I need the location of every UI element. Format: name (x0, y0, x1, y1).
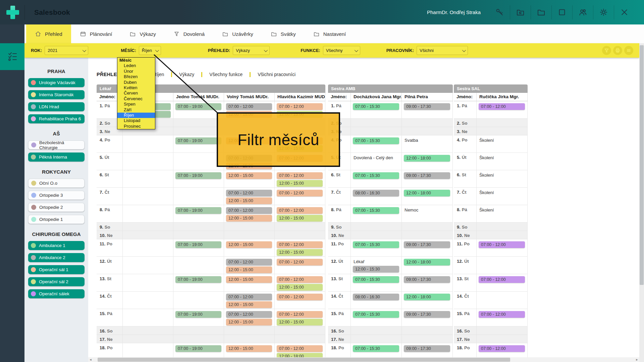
tab-přehled[interactable]: Přehled (26, 24, 71, 43)
shift-pill[interactable]: 09:00 - 17:30 (404, 172, 450, 179)
shift-pill[interactable]: 09:00 - 17:30 (404, 345, 450, 352)
shift-pill[interactable]: 07:00 - 12:00 (479, 241, 525, 248)
sidebar-item-o-n-o-o[interactable]: Oční O.o (28, 179, 85, 188)
sidebar-item-opera-n-s-lek[interactable]: Operační sálek (28, 289, 85, 298)
key-button[interactable] (495, 8, 504, 17)
shift-pill[interactable]: 09:00 - 17:30 (404, 276, 450, 283)
tab-uzávěrky[interactable]: Uzávěrky (213, 24, 262, 43)
shift-pill[interactable]: 07:00 - 19:00 (175, 311, 221, 318)
shift-pill[interactable]: 12:00 - 15:00 (277, 180, 323, 187)
sidebar-item-bezbolestn-chirurgie[interactable]: Bezbolestná Chirurgie (28, 140, 85, 149)
close-button[interactable] (620, 8, 629, 17)
month-option-září[interactable]: Září (117, 107, 155, 113)
shift-pill[interactable]: 07:00 - 19:00 (175, 137, 221, 144)
shift-pill[interactable]: 12:00 - 15:00 (226, 197, 272, 204)
tab-výkazy[interactable]: Výkazy (121, 24, 164, 43)
shift-pill[interactable]: 12:00 - 15:00 (226, 172, 272, 179)
scroll-right-arrow-icon[interactable]: ► (635, 357, 639, 362)
shift-pill[interactable]: 12:00 - 15:00 (226, 241, 272, 248)
shift-pill[interactable]: 07:00 - 12:00 (277, 241, 323, 248)
sidebar-item-ambulance-1[interactable]: Ambulance 1 (28, 241, 85, 250)
shift-pill[interactable]: 07:00 - 12:00 (226, 311, 272, 318)
shift-pill[interactable]: 07:00 - 15:30 (353, 103, 399, 110)
filter-button[interactable] (602, 46, 611, 55)
month-option-říjen[interactable]: Říjen (117, 113, 155, 118)
shift-pill[interactable]: 07:00 - 19:00 (175, 103, 221, 110)
sidebar-item-urologie-v-clav-k[interactable]: Urologie Václavák (28, 78, 85, 87)
shift-pill[interactable]: 07:00 - 19:00 (175, 172, 221, 179)
shift-pill[interactable]: 12:00 - 18:00 (404, 294, 450, 300)
shift-pill[interactable]: 09:00 - 17:30 (404, 103, 450, 110)
shift-pill[interactable]: 12:00 - 18:00 (404, 155, 450, 162)
shift-pill[interactable]: 07:00 - 15:30 (353, 172, 399, 179)
sidebar-item-ldn-hrad[interactable]: LDN Hrad (28, 102, 85, 111)
shift-pill[interactable]: 07:00 - 12:00 (277, 276, 323, 283)
shift-pill[interactable]: 07:00 - 12:00 (277, 190, 323, 196)
shift-pill[interactable]: 07:00 - 15:30 (353, 137, 399, 144)
month-option-leden[interactable]: Leden (117, 63, 155, 68)
shift-pill[interactable]: 07:00 - 12:00 (479, 311, 525, 318)
month-option-březen[interactable]: Březen (117, 74, 155, 79)
sidebar-item-ambulance-2[interactable]: Ambulance 2 (28, 253, 85, 262)
shift-pill[interactable]: 07:00 - 12:00 (226, 190, 272, 196)
month-option-únor[interactable]: Únor (117, 69, 155, 74)
shift-pill[interactable]: 07:00 - 12:00 (479, 276, 525, 283)
folder-button[interactable] (537, 8, 546, 17)
month-option-červenec[interactable]: Červenec (117, 96, 155, 102)
shift-pill[interactable]: 07:00 - 15:30 (353, 345, 399, 352)
shift-pill[interactable]: 07:00 - 12:00 (277, 259, 323, 265)
shift-pill[interactable]: 12:00 - 15:00 (226, 301, 272, 308)
shift-pill[interactable]: 08:00 - 16:30 (353, 190, 399, 196)
shift-pill[interactable]: 07:00 - 19:00 (175, 241, 221, 248)
tab-dovolená[interactable]: Dovolená (165, 24, 213, 43)
filter-select-rok[interactable]: 2021 (45, 46, 88, 55)
shift-pill[interactable]: 07:00 - 12:00 (277, 294, 323, 300)
shift-pill[interactable]: 07:00 - 12:00 (277, 172, 323, 179)
month-option-srpen[interactable]: Srpen (117, 102, 155, 107)
shift-pill[interactable]: 07:00 - 19:00 (175, 345, 221, 352)
sidebar-item-interna-starom-k[interactable]: Interna Staromák (28, 90, 85, 99)
filter-select-měsíc[interactable]: Říjen (139, 46, 161, 55)
tab-plánování[interactable]: Plánování (71, 24, 121, 43)
shift-pill[interactable]: 12:00 - 15:00 (277, 249, 323, 256)
shift-pill[interactable]: 07:00 - 15:30 (353, 207, 399, 214)
shift-pill[interactable]: 07:00 - 12:00 (479, 103, 525, 110)
shift-pill[interactable]: 12:00 - 15:00 (226, 215, 272, 222)
shift-pill[interactable]: 12:00 - 15:00 (226, 266, 272, 273)
shift-pill[interactable]: 08:00 - 16:30 (353, 294, 399, 300)
app-logo[interactable] (0, 0, 24, 24)
month-option-květen[interactable]: Květen (117, 85, 155, 90)
shift-pill[interactable]: 12:00 - 18:00 (404, 259, 450, 265)
shift-pill[interactable]: 12:00 - 15:00 (226, 276, 272, 283)
shift-pill[interactable]: 12:00 - 18:00 (404, 190, 450, 196)
shift-pill[interactable]: 12:00 - 15:00 (226, 319, 272, 325)
filter-select-funkce[interactable]: Všechny (323, 46, 360, 55)
tab-svátky[interactable]: Svátky (262, 24, 305, 43)
sidebar-item-ortopedie-1[interactable]: Ortopedie 1 (28, 215, 85, 224)
tab-nastavení[interactable]: Nastavení (305, 24, 355, 43)
shift-pill[interactable]: 12:00 - 15:00 (226, 345, 272, 352)
scroll-left-arrow-icon[interactable]: ◄ (88, 357, 93, 362)
shift-pill[interactable]: 07:00 - 12:00 (277, 311, 323, 318)
sidebar-item-ortopedie-2[interactable]: Ortopedie 2 (28, 203, 85, 212)
vertical-scrollbar-thumb[interactable] (640, 45, 644, 285)
shift-pill[interactable]: 07:00 - 15:30 (353, 276, 399, 283)
shift-pill[interactable]: 07:00 - 19:00 (175, 276, 221, 283)
sidebar-item-rehabilitace-praha-6[interactable]: Rehabilitace Praha 6 (28, 114, 85, 123)
month-option-červen[interactable]: Červen (117, 90, 155, 96)
shift-pill[interactable]: 07:00 - 12:00 (277, 103, 323, 110)
shift-pill[interactable]: 07:00 - 15:30 (353, 241, 399, 248)
square-button[interactable] (557, 8, 567, 17)
shift-pill[interactable]: 07:00 - 12:00 (277, 207, 323, 214)
horizontal-scrollbar-thumb[interactable] (98, 358, 510, 362)
sidebar-item-ortopedie-3[interactable]: Ortopedie 3 (28, 191, 85, 200)
shift-pill[interactable]: 07:00 - 12:00 (226, 207, 272, 214)
shift-pill[interactable]: 09:00 - 17:30 (404, 241, 450, 248)
sidebar-item-opera-n-s-l-1[interactable]: Operační sál 1 (28, 265, 85, 274)
horizontal-scrollbar[interactable]: ◄ ► (88, 357, 639, 362)
shift-pill[interactable]: 07:00 - 19:00 (175, 207, 221, 214)
month-option-duben[interactable]: Duben (117, 80, 155, 85)
folder-n-button[interactable] (516, 8, 525, 17)
shift-pill[interactable]: 12:00 - 15:30 (353, 266, 399, 273)
shift-pill[interactable]: 07:00 - 12:00 (226, 103, 272, 110)
